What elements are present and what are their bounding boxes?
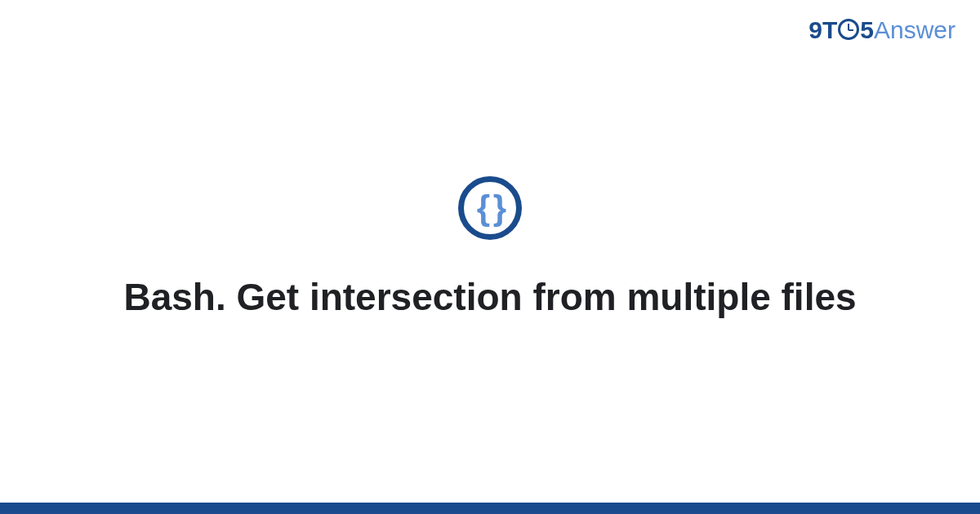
main-content: { } Bash. Get intersection from multiple… [0, 0, 980, 514]
page-title: Bash. Get intersection from multiple fil… [123, 274, 856, 321]
code-braces-icon: { } [458, 176, 522, 240]
braces-glyph: { } [477, 188, 503, 228]
footer-bar [0, 503, 980, 514]
